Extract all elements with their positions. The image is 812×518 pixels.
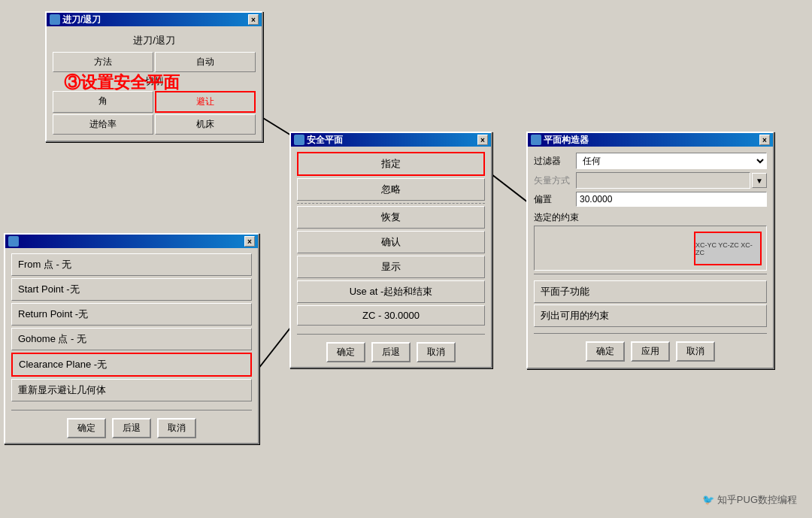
dialog3-restore-btn[interactable]: 恢复 bbox=[297, 206, 485, 229]
dialog-safety-plane: 安全平面 × 指定 忽略 恢复 确认 显示 Use at -起始和结束 ZC -… bbox=[289, 132, 492, 368]
dialog1-machine-btn[interactable]: 机床 bbox=[155, 114, 256, 135]
dialog3-ok-btn[interactable]: 确定 bbox=[326, 342, 365, 362]
dialog3-back-btn[interactable]: 后退 bbox=[371, 342, 411, 362]
dialog4-filter-row: 过滤器 任何 bbox=[534, 153, 767, 169]
dialog1-title-text: 进刀/退刀 bbox=[62, 14, 101, 26]
dialog4-constraint-label: 选定的约束 bbox=[534, 211, 767, 224]
dialog3-cancel-btn[interactable]: 取消 bbox=[417, 342, 456, 362]
dialog4-plane-preview[interactable]: XC-YC YC-ZC XC-ZC bbox=[694, 232, 762, 265]
dialog2-close-btn[interactable]: × bbox=[244, 236, 255, 247]
ug-logo-icon bbox=[50, 14, 60, 25]
dialog2-cancel-btn[interactable]: 取消 bbox=[157, 418, 196, 438]
dialog2-redisplay-btn[interactable]: 重新显示避让几何体 bbox=[11, 379, 252, 401]
dialog4-subfunc-btn[interactable]: 平面子功能 bbox=[534, 280, 767, 303]
ug-logo-icon-2 bbox=[8, 236, 19, 247]
dialog1-method-row: 方法 自动 bbox=[53, 52, 256, 72]
dialog3-bottom-btns: 确定 后退 取消 bbox=[291, 338, 491, 367]
dialog4-apply-btn[interactable]: 应用 bbox=[631, 341, 670, 362]
dialog2-title-left bbox=[8, 236, 21, 247]
dialog4-offset-label: 偏置 bbox=[534, 193, 571, 206]
dialog4-constraint-area: XC-YC YC-ZC XC-ZC bbox=[534, 226, 767, 271]
dialog3-separator bbox=[297, 334, 485, 335]
ug-logo-icon-3 bbox=[294, 135, 304, 145]
dialog1-section-title: 进刀/退刀 bbox=[53, 31, 256, 50]
dialog4-vector-arrow-btn[interactable]: ▼ bbox=[752, 173, 767, 188]
dialog3-ignore-btn[interactable]: 忽略 bbox=[297, 178, 485, 201]
dialog1-corner-btn[interactable]: 角 bbox=[53, 91, 153, 113]
dialog4-offset-input[interactable]: 30.0000 bbox=[576, 192, 767, 207]
dialog2-bottom-btns: 确定 后退 取消 bbox=[5, 413, 258, 443]
dialog2-return-btn[interactable]: Return Point -无 bbox=[11, 303, 252, 326]
dialog2-back-btn[interactable]: 后退 bbox=[112, 418, 151, 438]
dialog-plane-constructor: 平面构造器 × 过滤器 任何 矢量方式 ▼ 偏置 30.0000 选定的约束 bbox=[526, 132, 774, 369]
dialog4-vector-row: 矢量方式 ▼ bbox=[534, 172, 767, 189]
dialog4-offset-row: 偏置 30.0000 bbox=[534, 192, 767, 207]
dialog2-start-btn[interactable]: Start Point -无 bbox=[11, 278, 252, 301]
dialog4-filter-select[interactable]: 任何 bbox=[576, 153, 767, 169]
dialog3-confirm-btn[interactable]: 确认 bbox=[297, 231, 485, 253]
dialog2-titlebar: × bbox=[5, 235, 258, 248]
dialog3-use-at-btn[interactable]: Use at -起始和结束 bbox=[297, 280, 485, 303]
dialog2-separator bbox=[11, 410, 252, 410]
dialog4-close-btn[interactable]: × bbox=[759, 135, 770, 145]
dialog4-sep1 bbox=[534, 274, 767, 274]
dialog2-clearance-btn[interactable]: Clearance Plane -无 bbox=[11, 353, 252, 377]
dialog1-feed-btn[interactable]: 进给率 bbox=[53, 114, 153, 135]
dialog4-plane-label: XC-YC YC-ZC XC-ZC bbox=[695, 241, 760, 256]
dialog3-title-left: 安全平面 bbox=[294, 134, 343, 147]
dialog3-titlebar: 安全平面 × bbox=[291, 133, 491, 147]
watermark: 🐦 知乎PUG数控编程 bbox=[702, 493, 797, 507]
watermark-text: 知乎PUG数控编程 bbox=[717, 494, 797, 505]
dialog3-title-text: 安全平面 bbox=[307, 134, 343, 147]
dialog3-show-btn[interactable]: 显示 bbox=[297, 256, 485, 278]
watermark-icon: 🐦 bbox=[702, 494, 714, 505]
dialog1-avoid-btn[interactable]: 避让 bbox=[155, 91, 256, 113]
dialog1-corner-row: 角 避让 bbox=[53, 91, 256, 113]
dialog4-ok-btn[interactable]: 确定 bbox=[586, 341, 625, 362]
dialog-avoid-points: × From 点 - 无 Start Point -无 Return Point… bbox=[4, 233, 259, 444]
dialog2-from-btn[interactable]: From 点 - 无 bbox=[11, 253, 252, 276]
dialog4-titlebar: 平面构造器 × bbox=[528, 133, 773, 147]
dialog2-gohome-btn[interactable]: Gohome 点 - 无 bbox=[11, 328, 252, 350]
dialog1-close-btn[interactable]: × bbox=[248, 14, 259, 25]
dialog1-feed-row: 进给率 机床 bbox=[53, 114, 256, 135]
dialog1-titlebar: 进刀/退刀 × bbox=[47, 13, 262, 26]
dialog1-method-btn[interactable]: 方法 bbox=[53, 52, 153, 72]
dialog4-title-left: 平面构造器 bbox=[531, 134, 589, 147]
dialog4-bottom-btns: 确定 应用 取消 bbox=[528, 337, 773, 366]
dialog4-sep2 bbox=[534, 333, 767, 334]
dialog2-ok-btn[interactable]: 确定 bbox=[67, 418, 106, 438]
dialog3-specify-btn[interactable]: 指定 bbox=[297, 152, 485, 176]
ug-logo-icon-4 bbox=[531, 135, 541, 145]
dialog4-cancel-btn[interactable]: 取消 bbox=[676, 341, 715, 362]
dialog1-auto-btn[interactable]: 自动 bbox=[155, 52, 256, 72]
dialog4-list-btn[interactable]: 列出可用的约束 bbox=[534, 304, 767, 327]
dialog4-title-text: 平面构造器 bbox=[544, 134, 589, 147]
dialog3-zc-btn[interactable]: ZC - 30.0000 bbox=[297, 305, 485, 326]
dialog1-title-left: 进刀/退刀 bbox=[50, 14, 101, 26]
dialog4-filter-label: 过滤器 bbox=[534, 155, 571, 168]
dialog4-vector-label: 矢量方式 bbox=[534, 174, 571, 187]
annotation-text: ③设置安全平面 bbox=[64, 71, 180, 94]
dialog3-close-btn[interactable]: × bbox=[477, 135, 488, 145]
